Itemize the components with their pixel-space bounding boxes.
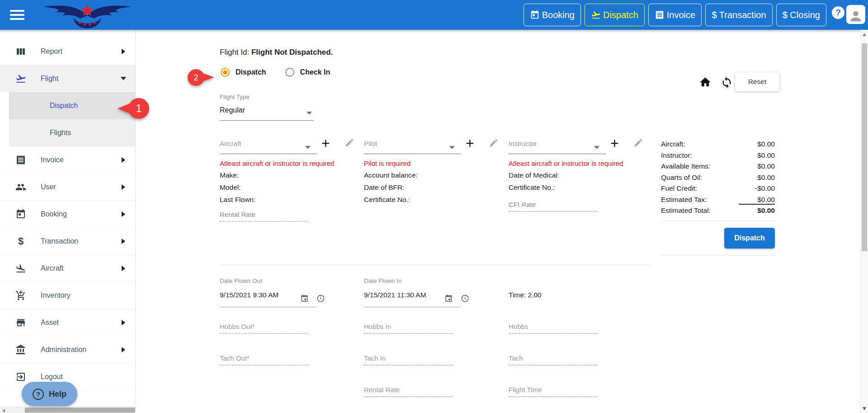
tach-input[interactable] xyxy=(509,365,597,366)
header-help-icon[interactable]: ? xyxy=(832,6,844,19)
hobbs-out-input[interactable] xyxy=(220,333,308,334)
hobbs-in-input[interactable] xyxy=(364,333,453,334)
summary-estimated-total-value: $0.00 xyxy=(757,206,775,215)
nav-booking-button[interactable]: Booking xyxy=(524,4,581,26)
sidebar-item-booking[interactable]: Booking xyxy=(0,201,135,228)
chevron-right-icon xyxy=(122,157,125,163)
header-nav: Booking Dispatch Invoice $ Transaction $… xyxy=(524,4,826,26)
question-mark-icon: ? xyxy=(33,389,44,400)
help-button[interactable]: ? Help xyxy=(22,382,77,406)
tach-field[interactable]: Tach xyxy=(509,354,597,366)
plane-landing-icon xyxy=(15,263,26,274)
add-pilot-button[interactable]: + xyxy=(466,135,474,152)
hobbs-out-field[interactable]: Hobbs Out* xyxy=(220,323,308,334)
calendar-picker-icon[interactable] xyxy=(444,294,453,303)
sidebar-subitem-dispatch[interactable]: Dispatch xyxy=(9,92,135,119)
sidebar-item-flight[interactable]: Flight xyxy=(0,65,135,92)
help-button-label: Help xyxy=(49,390,66,399)
add-instructor-button[interactable]: + xyxy=(610,135,619,152)
sidebar-logout-label: Logout xyxy=(41,373,63,381)
sidebar-item-user[interactable]: User xyxy=(0,174,135,201)
chevron-down-icon xyxy=(307,112,312,115)
sidebar-item-transaction[interactable]: $ Transaction xyxy=(0,228,135,255)
vertical-scrollbar-thumb[interactable] xyxy=(862,43,867,251)
receipt-icon xyxy=(15,155,26,165)
summary-row-estimated-tax: Estimated Tax: $0.00 xyxy=(661,196,775,207)
hobbs-in-label: Hobbs In xyxy=(364,323,453,330)
chevron-down-icon xyxy=(121,77,126,80)
hobbs-field[interactable]: Hobbs xyxy=(509,323,597,334)
nav-booking-label: Booking xyxy=(542,10,575,20)
sidebar-item-invoice[interactable]: Invoice xyxy=(0,146,135,174)
sidebar-item-administration[interactable]: Administration xyxy=(0,336,135,363)
user-avatar[interactable] xyxy=(846,5,865,24)
check-in-radio[interactable] xyxy=(285,68,294,77)
rental-rate-bottom-field[interactable]: Rental Rate xyxy=(364,386,453,397)
date-flown-in-field[interactable]: Date Flown In 9/15/2021 11:30 AM xyxy=(364,277,461,307)
sidebar-asset-label: Asset xyxy=(41,319,59,327)
horizontal-scrollbar-thumb[interactable] xyxy=(25,408,135,413)
sidebar-item-aircraft[interactable]: Aircraft xyxy=(0,255,135,282)
calendar-picker-icon[interactable] xyxy=(300,294,309,303)
edit-instructor-icon[interactable] xyxy=(633,138,643,148)
dispatch-radio-label[interactable]: Dispatch xyxy=(236,68,266,76)
cfi-rate-field[interactable]: CFI Rate xyxy=(509,201,597,212)
pilot-select-placeholder: Pilot xyxy=(364,140,377,147)
flight-time-field[interactable]: Flight Time xyxy=(509,386,597,397)
rental-rate-input[interactable] xyxy=(220,221,308,222)
rental-rate-field[interactable]: Rental Rate xyxy=(220,211,308,222)
hobbs-input[interactable] xyxy=(509,333,597,334)
instructor-validation-error: Atleast aircraft or instructor is requir… xyxy=(509,160,649,167)
flight-time-input[interactable] xyxy=(509,396,597,397)
cfi-rate-input[interactable] xyxy=(509,211,597,212)
sidebar-item-inventory[interactable]: Inventory xyxy=(0,282,135,309)
scroll-down-arrow-icon[interactable] xyxy=(863,407,866,410)
sidebar-administration-label: Administration xyxy=(41,346,86,354)
reset-button[interactable]: Reset xyxy=(735,72,779,91)
nav-transaction-button[interactable]: $ Transaction xyxy=(705,4,772,26)
rental-rate-bottom-input[interactable] xyxy=(364,396,453,397)
hobbs-label: Hobbs xyxy=(509,323,597,330)
clock-picker-icon[interactable] xyxy=(316,294,325,303)
nav-dispatch-button[interactable]: Dispatch xyxy=(585,4,645,26)
sidebar-subitem-flights[interactable]: Flights xyxy=(9,119,135,146)
sidebar-item-report[interactable]: Report xyxy=(0,38,135,65)
check-in-radio-label[interactable]: Check In xyxy=(300,68,330,76)
sidebar-booking-label: Booking xyxy=(41,210,67,218)
instructor-select-placeholder: Instructor xyxy=(509,140,537,147)
home-icon[interactable] xyxy=(699,76,712,89)
summary-available-items-label: Available Items: xyxy=(661,162,710,170)
flight-school-logo[interactable] xyxy=(35,1,139,29)
aircraft-select[interactable]: Aircraft + xyxy=(220,137,317,154)
date-flown-out-field[interactable]: Date Flown Out 9/15/2021 9:30 AM xyxy=(220,277,316,307)
clock-picker-icon[interactable] xyxy=(461,294,469,303)
tach-in-input[interactable] xyxy=(364,365,453,366)
hobbs-in-field[interactable]: Hobbs In xyxy=(364,323,453,334)
main-vertical-scrollbar[interactable] xyxy=(860,30,868,413)
tach-in-field[interactable]: Tach In xyxy=(364,354,453,366)
pilot-info-list: Account balance: Date of BFR: Certificat… xyxy=(364,169,504,206)
cart-plus-icon xyxy=(15,290,26,301)
edit-pilot-icon[interactable] xyxy=(489,138,499,148)
tach-out-input[interactable] xyxy=(220,365,308,366)
nav-invoice-button[interactable]: Invoice xyxy=(648,4,702,26)
summary-quarts-of-oil-label: Quarts of Oil: xyxy=(661,174,702,182)
dispatch-radio[interactable] xyxy=(221,68,230,77)
tach-out-field[interactable]: Tach Out* xyxy=(220,354,308,366)
refresh-icon[interactable] xyxy=(721,76,733,89)
cost-summary-panel: Aircraft: $0.00 Instructor: $0.00 Availa… xyxy=(661,140,775,255)
hamburger-menu-icon[interactable] xyxy=(10,10,24,20)
dispatch-submit-button[interactable]: Dispatch xyxy=(724,228,775,249)
add-aircraft-button[interactable]: + xyxy=(321,135,330,152)
annotation-pin-2: 2 xyxy=(188,69,204,86)
flight-type-select[interactable]: Flight Type Regular xyxy=(220,94,314,121)
instructor-select[interactable]: Instructor + xyxy=(509,137,606,154)
pilot-select[interactable]: Pilot + xyxy=(364,137,461,154)
nav-closing-button[interactable]: $ Closing xyxy=(776,4,826,26)
sidebar-item-asset[interactable]: Asset xyxy=(0,309,135,336)
scroll-left-arrow-icon[interactable] xyxy=(2,409,5,413)
summary-row-fuel-credit: Fuel Credit: -$0.00 xyxy=(661,184,775,196)
edit-aircraft-icon[interactable] xyxy=(344,138,354,148)
sidebar-horizontal-scrollbar[interactable] xyxy=(0,407,136,413)
scroll-up-arrow-icon[interactable] xyxy=(863,33,866,36)
